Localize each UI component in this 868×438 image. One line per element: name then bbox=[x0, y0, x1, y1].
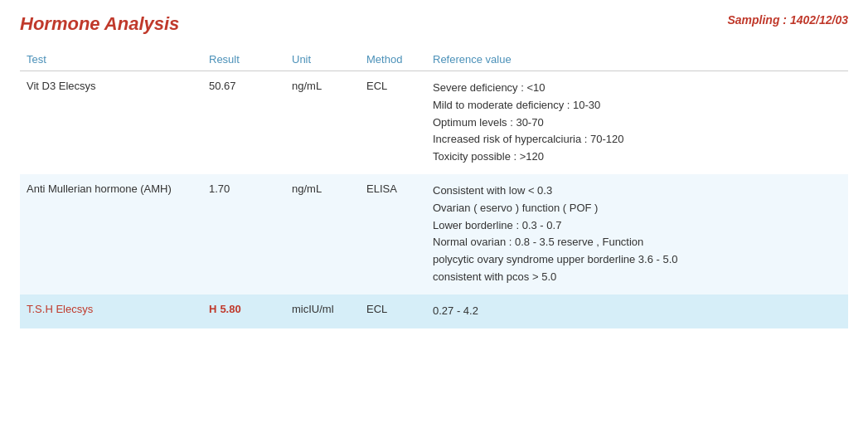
cell-reference: 0.27 - 4.2 bbox=[426, 294, 848, 328]
cell-test: Anti Mullerian hormone (AMH) bbox=[20, 174, 202, 294]
cell-reference: Severe deficiency : <10Mild to moderate … bbox=[426, 71, 848, 174]
cell-result: H5.80 bbox=[202, 294, 285, 328]
table-row: Anti Mullerian hormone (AMH)1.70ng/mLELI… bbox=[20, 174, 848, 294]
page-container: Hormone Analysis Sampling : 1402/12/03 T… bbox=[0, 0, 868, 342]
reference-line: Toxicity possible : >120 bbox=[433, 150, 544, 163]
reference-line: Normal ovarian : 0.8 - 3.5 reserve , Fun… bbox=[433, 236, 643, 248]
reference-line: Optimum levels : 30-70 bbox=[433, 116, 544, 129]
cell-method: ECL bbox=[360, 294, 426, 328]
cell-unit: ng/mL bbox=[285, 174, 360, 294]
reference-line: Lower borderline : 0.3 - 0.7 bbox=[433, 219, 561, 231]
reference-line: consistent with pcos > 5.0 bbox=[433, 270, 556, 283]
reference-line: Increased risk of hypercalciuria : 70-12… bbox=[433, 133, 624, 145]
table-header-row: Test Result Unit Method Reference value bbox=[20, 48, 848, 71]
cell-result: 50.67 bbox=[202, 71, 285, 174]
col-header-test: Test bbox=[20, 48, 202, 71]
cell-method: ECL bbox=[360, 71, 426, 174]
col-header-unit: Unit bbox=[285, 48, 360, 71]
page-header: Hormone Analysis Sampling : 1402/12/03 bbox=[20, 13, 848, 35]
sampling-date: Sampling : 1402/12/03 bbox=[727, 13, 848, 27]
reference-line: Mild to moderate deficiency : 10-30 bbox=[433, 99, 600, 111]
reference-line: 0.27 - 4.2 bbox=[433, 304, 478, 317]
col-header-method: Method bbox=[360, 48, 426, 71]
reference-line: Consistent with low < 0.3 bbox=[433, 184, 552, 197]
col-header-result: Result bbox=[202, 48, 285, 71]
high-flag: H bbox=[209, 303, 216, 315]
cell-result: 1.70 bbox=[202, 174, 285, 294]
page-title: Hormone Analysis bbox=[20, 13, 179, 35]
cell-test: T.S.H Elecsys bbox=[20, 294, 202, 328]
col-header-reference: Reference value bbox=[426, 48, 848, 71]
reference-line: Severe deficiency : <10 bbox=[433, 81, 546, 94]
table-row: T.S.H ElecsysH5.80micIU/mlECL0.27 - 4.2 bbox=[20, 294, 848, 328]
result-value: 5.80 bbox=[220, 303, 240, 315]
cell-unit: ng/mL bbox=[285, 71, 360, 174]
reference-line: polycytic ovary syndrome upper borderlin… bbox=[433, 253, 678, 265]
cell-test: Vit D3 Elecsys bbox=[20, 71, 202, 174]
cell-reference: Consistent with low < 0.3Ovarian ( eserv… bbox=[426, 174, 848, 294]
cell-unit: micIU/ml bbox=[285, 294, 360, 328]
cell-method: ELISA bbox=[360, 174, 426, 294]
reference-line: Ovarian ( eservo ) function ( POF ) bbox=[433, 202, 598, 214]
table-row: Vit D3 Elecsys50.67ng/mLECLSevere defici… bbox=[20, 71, 848, 174]
results-table: Test Result Unit Method Reference value … bbox=[20, 48, 848, 328]
